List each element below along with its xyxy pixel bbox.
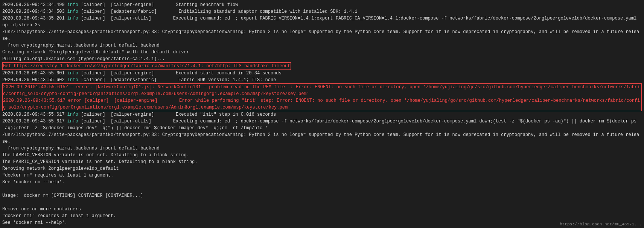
log-message: Fabric SDK version: 1.4.1; TLS: none: [157, 77, 276, 83]
plain-line: "docker rm" requires at least 1 argument…: [2, 172, 642, 179]
timestamp: 2020.09.26-09:43:34.499: [2, 2, 67, 8]
log-message: Initializing standard adaptor compatible…: [157, 9, 357, 14]
log-module: [caliper] [caliper-engine]: [78, 71, 154, 76]
blank-line: [2, 199, 642, 206]
plain-line: The FABRIC_VERSION variable is not set. …: [2, 152, 642, 159]
log-line: 2020.09.26-09:43:34.499 info [caliper] […: [2, 2, 642, 8]
plain-line: from cryptography.hazmat.backends import…: [2, 145, 642, 152]
plain-line: "docker rmi" requires at least 1 argumen…: [2, 213, 642, 219]
plain-line: Remove one or more containers: [2, 206, 642, 213]
log-module: [caliper] [adapters/fabric]: [78, 9, 157, 14]
timestamp: 2020.09.26-09:43:55.602: [2, 77, 67, 83]
plain-line: Removing network 2orglpeergoleveldb_defa…: [2, 165, 642, 172]
log-line: 2020.09.26-09:43:55.617 info [caliper] […: [2, 118, 642, 131]
get-line-text: Get https://registry-1.docker.io/v2/hype…: [2, 62, 291, 70]
log-level: info: [67, 9, 78, 14]
log-level: info: [67, 71, 78, 76]
log-module: [caliper] [caliper-utils]: [78, 119, 151, 124]
terminal: 2020.09.26-09:43:34.499 info [caliper] […: [0, 0, 644, 228]
log-module: [caliper] [adapters/fabric]: [78, 77, 157, 83]
footer-url: https://blog.csdn.net/m0_46571...: [560, 221, 642, 228]
log-level: info: [67, 16, 78, 21]
error-block: 2020-09-26T01:43:55.615Z - error: [Netwo…: [2, 83, 642, 111]
log-message: Executed start command in 20.34 seconds: [154, 71, 281, 76]
get-line: Get https://registry-1.docker.io/v2/hype…: [2, 62, 642, 70]
log-line: 2020.09.26-09:43:34.503 info [caliper] […: [2, 8, 642, 15]
plain-line: Creating network "2orglpeergoleveldb_def…: [2, 49, 642, 56]
plain-line: See 'docker rmi --help'.: [2, 219, 642, 226]
timestamp: 2020.09.26-09:43:55.617: [2, 119, 67, 124]
log-level: info: [67, 112, 78, 117]
log-line: 2020.09.26-09:43:55.601 info [caliper] […: [2, 70, 642, 77]
plain-line: Usage: docker rm [OPTIONS] CONTAINER [CO…: [2, 192, 642, 199]
log-level: info: [67, 77, 78, 83]
plain-line: See 'docker rm --help'.: [2, 179, 642, 186]
log-level: info: [67, 119, 78, 124]
plain-line: Pulling ca.org1.example.com (hyperledger…: [2, 56, 642, 62]
plain-line: The FABRIC_CA_VERSION variable is not se…: [2, 159, 642, 165]
error-line: 2020.09.26-09:43:55.617 error [caliper] …: [3, 97, 641, 111]
log-module: [caliper] [caliper-engine]: [78, 2, 154, 8]
log-line: 2020.09.26-09:43:35.201 info [caliper] […: [2, 15, 642, 29]
log-container: 2020.09.26-09:43:34.499 info [caliper] […: [2, 2, 642, 226]
timestamp: 2020.09.26-09:43:55.601: [2, 71, 67, 76]
plain-line: from cryptography.hazmat.backends import…: [2, 42, 642, 49]
plain-line: /usr/lib/python2.7/site-packages/paramik…: [2, 131, 642, 145]
log-message: Executed "init" step in 0.016 seconds: [154, 112, 276, 117]
timestamp: 2020.09.26-09:43:55.617: [2, 112, 67, 117]
timestamp: 2020.09.26-09:43:34.503: [2, 9, 67, 14]
log-module: [caliper] [caliper-utils]: [78, 16, 151, 21]
blank-line: [2, 186, 642, 192]
log-line: 2020.09.26-09:43:55.602 info [caliper] […: [2, 77, 642, 83]
log-message: Starting benchmark flow: [154, 2, 238, 8]
error-line: 2020-09-26T01:43:55.615Z - error: [Netwo…: [3, 84, 641, 97]
log-module: [caliper] [caliper-engine]: [78, 112, 154, 117]
timestamp: 2020.09.26-09:43:35.201: [2, 16, 67, 21]
plain-line: /usr/lib/python2.7/site-packages/paramik…: [2, 29, 642, 42]
log-line: 2020.09.26-09:43:55.617 info [caliper] […: [2, 111, 642, 118]
log-level: info: [67, 2, 78, 8]
